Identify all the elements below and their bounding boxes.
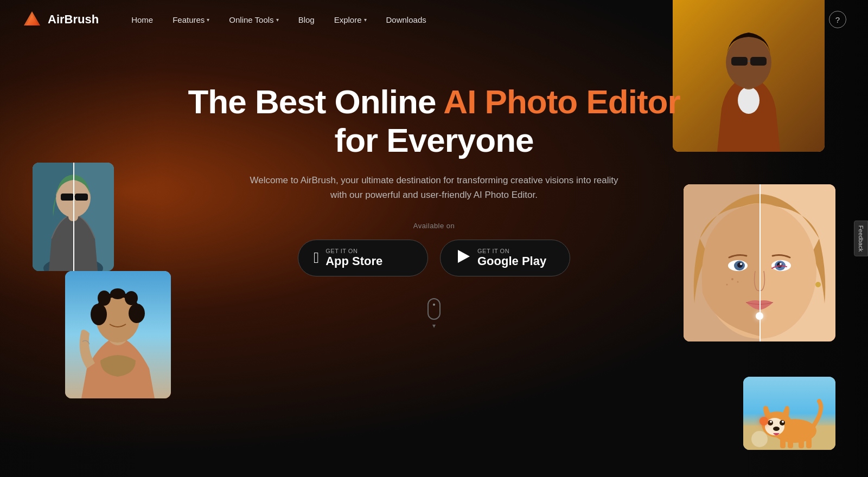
google-play-button[interactable]: GET IT ON Google Play <box>440 240 570 276</box>
photo-corgi <box>743 377 835 450</box>
svg-point-33 <box>737 262 743 268</box>
svg-point-38 <box>780 263 782 265</box>
scroll-dot <box>433 304 435 306</box>
explore-chevron: ▾ <box>364 17 367 23</box>
nav-features[interactable]: Features ▾ <box>173 15 209 24</box>
svg-point-34 <box>740 263 742 265</box>
svg-point-56 <box>773 427 780 431</box>
svg-rect-49 <box>806 437 812 448</box>
brand-name: AirBrush <box>48 12 99 27</box>
svg-point-37 <box>777 262 782 268</box>
nav-explore[interactable]: Explore ▾ <box>334 15 367 24</box>
nav-links: Home Features ▾ Online Tools ▾ Blog Expl… <box>131 15 829 24</box>
navbar: AirBrush Home Features ▾ Online Tools ▾ … <box>0 0 868 39</box>
svg-point-54 <box>770 421 772 423</box>
hero-title: The Best Online AI Photo Editor for Ever… <box>0 82 868 160</box>
svg-point-27 <box>125 291 138 305</box>
photo-left-secondary <box>33 163 114 271</box>
svg-point-24 <box>129 304 145 323</box>
split-line-secondary <box>73 163 74 271</box>
svg-rect-17 <box>61 194 74 201</box>
features-chevron: ▾ <box>207 17 209 23</box>
svg-point-41 <box>737 281 739 283</box>
scroll-oval <box>427 298 441 320</box>
photo-left-main <box>65 271 171 398</box>
nav-home[interactable]: Home <box>131 15 153 24</box>
svg-rect-47 <box>788 437 793 448</box>
app-store-button[interactable]:  GET IT ON App Store <box>298 240 428 276</box>
svg-rect-46 <box>780 437 786 448</box>
svg-point-25 <box>98 291 111 306</box>
online-tools-chevron: ▾ <box>276 17 279 23</box>
svg-point-26 <box>110 288 125 299</box>
nav-downloads[interactable]: Downloads <box>386 15 426 24</box>
svg-marker-11 <box>458 250 470 263</box>
logo-icon <box>22 9 42 30</box>
apple-icon:  <box>314 250 319 266</box>
svg-point-55 <box>782 421 784 423</box>
svg-point-57 <box>751 431 768 447</box>
split-dot-main <box>756 312 763 320</box>
nav-blog[interactable]: Blog <box>298 15 315 24</box>
svg-rect-48 <box>799 437 804 448</box>
google-play-icon <box>456 249 471 267</box>
google-play-text: GET IT ON Google Play <box>477 248 546 268</box>
svg-point-42 <box>815 282 821 287</box>
corgi-svg <box>743 377 835 450</box>
photo-right-main <box>684 184 835 341</box>
hero-subtitle: Welcome to AirBrush, your ultimate desti… <box>250 173 618 202</box>
corgi-dot <box>760 417 768 426</box>
nav-online-tools[interactable]: Online Tools ▾ <box>229 15 278 24</box>
svg-point-39 <box>731 278 733 280</box>
app-store-text: GET IT ON App Store <box>326 248 382 268</box>
svg-point-23 <box>91 304 107 325</box>
photos-left <box>33 206 171 398</box>
svg-point-40 <box>726 284 728 286</box>
left-main-svg <box>65 271 171 398</box>
logo-wrap[interactable]: AirBrush <box>22 9 99 30</box>
scroll-chevron-icon: ▾ <box>432 322 436 330</box>
photos-right <box>684 184 835 341</box>
svg-rect-18 <box>75 194 88 201</box>
help-button[interactable]: ? <box>829 11 846 28</box>
feedback-button[interactable]: Feedback <box>854 221 868 256</box>
